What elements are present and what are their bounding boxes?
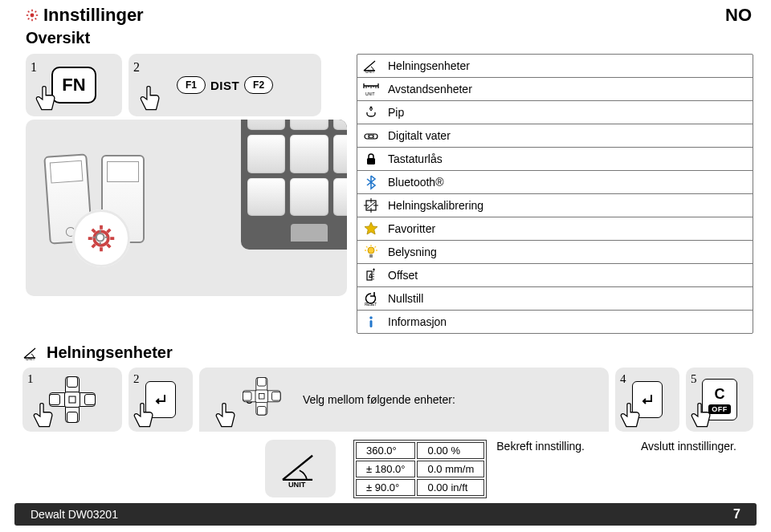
dpad[interactable] (49, 376, 96, 423)
bottom-caption-row: UNIT 360.0° 0.00 % ± 180.0° 0.0 mm/m ± 9… (0, 438, 771, 503)
c-off-key[interactable]: C OFF (702, 379, 737, 420)
grid-cell[interactable] (333, 135, 347, 173)
svg-rect-43 (369, 254, 373, 258)
illumination-icon (362, 244, 380, 260)
slope-unit-large-icon: UNIT (277, 448, 324, 489)
f1-key[interactable]: F1 (177, 76, 206, 94)
svg-line-5 (28, 11, 30, 13)
svg-line-17 (108, 229, 111, 233)
main-area: 1 FN 2 F1 DIST F2 (0, 47, 771, 343)
svg-rect-54 (370, 320, 373, 327)
c-label: C (715, 386, 725, 403)
page-header: Innstillinger Oversikt NO (0, 0, 771, 47)
dpad-down[interactable] (257, 406, 266, 415)
svg-line-7 (28, 18, 30, 20)
settings-row-favorites[interactable]: Favoritter (357, 217, 753, 241)
select-instruction: Velg mellom følgende enheter: (303, 393, 455, 407)
grid-cell[interactable] (247, 135, 285, 173)
section-heading-row: UNIT Helningsenheter (0, 343, 771, 365)
grid-cell[interactable] (333, 120, 347, 130)
grid-cell[interactable] (247, 178, 285, 216)
grid-cell[interactable] (247, 120, 285, 130)
unit-icon-wrap: UNIT (22, 440, 344, 497)
f2-key[interactable]: F2 (244, 76, 273, 94)
svg-rect-35 (367, 158, 375, 164)
dpad-center[interactable] (255, 390, 268, 403)
settings-row-beep[interactable]: Pip (357, 101, 753, 124)
dpad-down[interactable] (67, 412, 78, 423)
page-subtitle: Oversikt (26, 29, 144, 47)
settings-label: Belysning (388, 246, 437, 258)
step-b1-panel: 1 (22, 368, 122, 432)
svg-point-30 (370, 107, 373, 109)
slope-unit-icon: UNIT (22, 345, 40, 361)
step-number: 2 (133, 372, 140, 386)
step-b4-panel: 4 (615, 368, 679, 432)
step-number: 5 (691, 372, 697, 386)
grid-cell[interactable] (290, 135, 328, 173)
bluetooth-icon (362, 174, 380, 190)
enter-key[interactable] (145, 381, 176, 418)
settings-row-distance-units[interactable]: UNIT Avstandsenheter (357, 78, 753, 101)
off-label: OFF (708, 404, 731, 414)
hand-pointer-icon (207, 400, 241, 433)
settings-list: UNIT Helningsenheter UNIT Avstandsenhete… (357, 54, 753, 334)
page-title: Innstillinger (43, 5, 144, 26)
settings-row-offset[interactable]: Δ Offset (357, 264, 753, 287)
left-column: 1 FN 2 F1 DIST F2 (26, 54, 347, 340)
page-footer: Dewalt DW03201 7 (14, 503, 757, 526)
dpad-right[interactable] (271, 392, 280, 400)
product-name: Dewalt DW03201 (31, 508, 118, 521)
step-number: 1 (31, 60, 37, 75)
settings-row-bluetooth[interactable]: Bluetooth® (357, 171, 753, 194)
dpad-right[interactable] (84, 394, 96, 405)
settings-row-calibration[interactable]: Helningskalibrering (357, 194, 753, 217)
settings-row-keylock[interactable]: Tastaturlås (357, 148, 753, 171)
offset-icon: Δ (362, 267, 380, 283)
svg-line-6 (35, 18, 37, 20)
fn-key[interactable]: FN (51, 67, 96, 104)
reset-icon: RESET (362, 290, 380, 307)
settings-label: Nullstill (388, 292, 423, 305)
step-number: 4 (620, 372, 626, 386)
dpad-center[interactable] (64, 392, 80, 408)
table-cell: ± 180.0° (356, 461, 415, 477)
grid-tab (291, 224, 328, 242)
svg-rect-57 (259, 394, 265, 400)
dpad-up[interactable] (67, 376, 78, 388)
step-1-panel: 1 FN (26, 54, 122, 116)
table-row: 360.0° 0.00 % (356, 442, 484, 459)
confirm-caption: Bekreft innstilling. (496, 440, 631, 453)
settings-label: Helningsenheter (388, 59, 470, 72)
settings-row-slope-units[interactable]: UNIT Helningsenheter (357, 55, 753, 78)
grid-bottom (247, 221, 347, 242)
dpad[interactable] (243, 377, 281, 416)
settings-row-level[interactable]: Digitalt vater (357, 124, 753, 148)
settings-row-info[interactable]: Informasjon (357, 311, 753, 333)
table-cell: 0.00 % (417, 442, 484, 459)
settings-label: Avstandsenheter (388, 83, 472, 95)
settings-column: UNIT Helningsenheter UNIT Avstandsenhete… (357, 54, 753, 340)
settings-row-reset[interactable]: RESET Nullstill (357, 287, 753, 311)
dist-label: DIST (210, 79, 239, 92)
dpad-left[interactable] (49, 394, 60, 405)
calibration-icon (362, 197, 380, 213)
table-cell: 360.0° (356, 442, 415, 459)
exit-caption: Avslutt innstillinger. (641, 440, 753, 453)
grid-cell[interactable] (333, 178, 347, 216)
svg-text:Δ: Δ (369, 273, 373, 278)
settings-row-illumination[interactable]: Belysning (357, 241, 753, 264)
step-b2-panel: 2 (128, 368, 193, 432)
slope-unit-icon: UNIT (362, 58, 380, 74)
bottom-steps: 1 2 3 (0, 365, 771, 438)
dpad-left[interactable] (243, 392, 251, 400)
grid-cell[interactable] (290, 120, 328, 130)
svg-point-18 (96, 234, 104, 242)
units-table: 360.0° 0.00 % ± 180.0° 0.0 mm/m ± 90.0° … (353, 440, 487, 498)
gear-circle (72, 209, 130, 267)
svg-text:RESET: RESET (365, 303, 377, 307)
grid-cell[interactable] (290, 178, 328, 216)
svg-line-8 (35, 11, 37, 13)
dpad-up[interactable] (257, 377, 266, 386)
enter-key[interactable] (632, 381, 663, 418)
